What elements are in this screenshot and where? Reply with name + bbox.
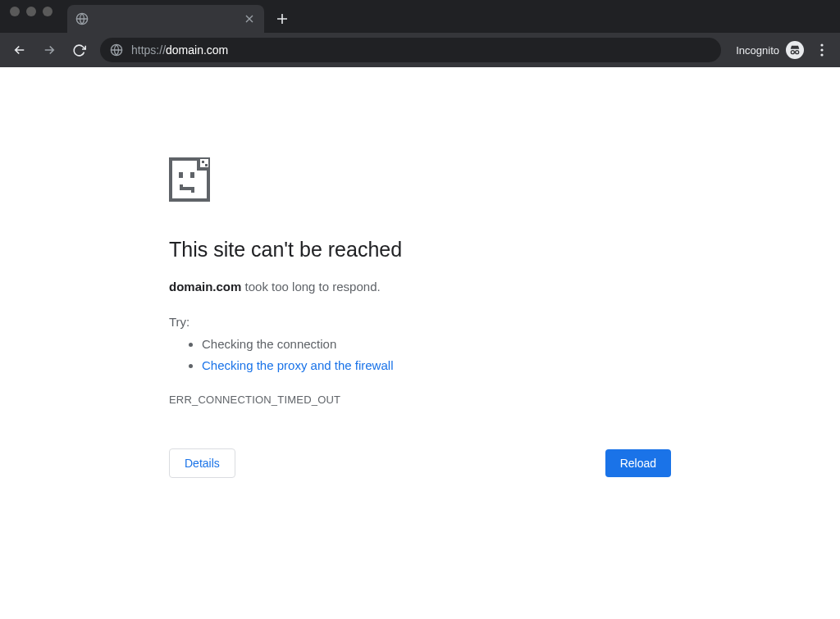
- browser-toolbar: https://domain.com Incognito: [0, 33, 840, 67]
- window-close-button[interactable]: [10, 7, 20, 16]
- suggestion-item: Checking the connection: [202, 334, 671, 355]
- forward-button[interactable]: [36, 37, 62, 63]
- globe-icon: [75, 12, 89, 25]
- svg-rect-12: [190, 172, 194, 178]
- incognito-label: Incognito: [736, 44, 779, 57]
- svg-rect-10: [205, 164, 208, 166]
- suggestion-text: Checking the connection: [202, 337, 336, 351]
- reload-toolbar-button[interactable]: [66, 37, 92, 63]
- error-message: took too long to respond.: [241, 280, 380, 294]
- browser-menu-button[interactable]: [810, 37, 833, 63]
- window-maximize-button[interactable]: [43, 7, 52, 16]
- suggestion-link[interactable]: Checking the proxy and the firewall: [202, 358, 393, 372]
- error-heading: This site can't be reached: [169, 238, 671, 262]
- error-domain: domain.com: [169, 280, 241, 294]
- suggestions-list: Checking the connection Checking the pro…: [169, 334, 671, 375]
- url-protocol: https://: [131, 43, 166, 57]
- svg-point-2: [791, 51, 794, 54]
- incognito-icon[interactable]: [786, 41, 804, 59]
- suggestion-item: Checking the proxy and the firewall: [202, 355, 671, 376]
- url-domain: domain.com: [166, 43, 228, 57]
- svg-point-6: [820, 53, 823, 56]
- toolbar-right-controls: Incognito: [729, 37, 833, 63]
- error-container: This site can't be reached domain.com to…: [166, 157, 674, 478]
- svg-point-4: [820, 43, 823, 46]
- back-button[interactable]: [7, 37, 33, 63]
- error-code: ERR_CONNECTION_TIMED_OUT: [169, 394, 671, 406]
- reload-button[interactable]: Reload: [605, 449, 671, 477]
- try-label: Try:: [169, 315, 671, 329]
- browser-tab[interactable]: [67, 5, 264, 33]
- svg-rect-9: [202, 161, 204, 163]
- window-controls: [10, 0, 67, 33]
- svg-rect-7: [171, 159, 208, 200]
- svg-point-3: [796, 51, 799, 54]
- error-subline: domain.com took too long to respond.: [169, 280, 671, 294]
- address-bar[interactable]: https://domain.com: [100, 38, 721, 62]
- svg-rect-14: [180, 184, 183, 188]
- window-minimize-button[interactable]: [26, 7, 36, 16]
- svg-rect-15: [191, 189, 194, 193]
- svg-point-5: [820, 48, 823, 51]
- url-text: https://domain.com: [131, 43, 228, 57]
- close-tab-button[interactable]: [243, 12, 256, 25]
- page-content: This site can't be reached domain.com to…: [0, 67, 840, 478]
- svg-rect-11: [179, 172, 183, 178]
- sad-page-icon: [169, 157, 671, 205]
- details-button[interactable]: Details: [169, 448, 235, 478]
- window-titlebar: [0, 0, 840, 33]
- new-tab-button[interactable]: [271, 7, 294, 30]
- site-info-icon[interactable]: [110, 43, 123, 57]
- button-row: Details Reload: [169, 448, 671, 478]
